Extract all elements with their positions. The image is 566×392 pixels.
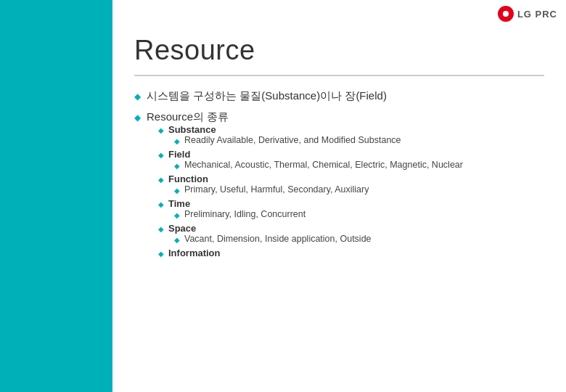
diamond-time-sub: ◆	[174, 211, 180, 219]
information-label: Information	[168, 248, 221, 258]
bullet-diamond-2: ◆	[134, 113, 141, 123]
substance-label: Substance	[168, 124, 216, 135]
list-item-function: ◆ Function ◆ Primary, Useful, Harmful, S…	[158, 173, 463, 197]
field-sub-text: Mechanical, Acoustic, Thermal, Chemical,…	[184, 160, 463, 170]
list-item-information: ◆ Information	[158, 248, 463, 258]
space-sub: ◆ Vacant, Dimension, Inside application,…	[174, 234, 372, 244]
diamond-function: ◆	[158, 176, 164, 184]
function-sub-text: Primary, Useful, Harmful, Secondary, Aux…	[184, 184, 369, 195]
bullet-1: ◆ 시스템을 구성하는 물질(Substance)이나 장(Field)	[134, 89, 544, 103]
diamond-field-sub: ◆	[174, 162, 180, 170]
logo-icon	[498, 6, 514, 22]
space-label: Space	[168, 223, 196, 234]
diamond-space-sub: ◆	[174, 236, 180, 244]
time-sub: ◆ Preliminary, Idling, Concurrent	[174, 209, 305, 219]
list-item-space: ◆ Space ◆ Vacant, Dimension, Inside appl…	[158, 223, 463, 246]
diamond-information: ◆	[158, 250, 164, 258]
main-content: LG PRC Resource ◆ 시스템을 구성하는 물질(Substance…	[112, 0, 566, 392]
substance-sub: ◆ Readily Available, Derivative, and Mod…	[174, 135, 401, 145]
diamond-function-sub: ◆	[174, 187, 180, 195]
diamond-substance-sub: ◆	[174, 137, 180, 145]
field-sub: ◆ Mechanical, Acoustic, Thermal, Chemica…	[174, 160, 463, 170]
list-item-substance: ◆ Substance ◆ Readily Available, Derivat…	[158, 124, 463, 147]
list-item-field: ◆ Field ◆ Mechanical, Acoustic, Thermal,…	[158, 149, 463, 172]
title-divider	[134, 75, 544, 76]
function-label: Function	[168, 173, 208, 184]
bullet-1-text: 시스템을 구성하는 물질(Substance)이나 장(Field)	[147, 89, 387, 103]
time-label: Time	[168, 198, 190, 209]
diamond-space: ◆	[158, 225, 164, 233]
logo-text: LG PRC	[517, 9, 557, 20]
bullet-2-text: Resource의 종류	[147, 110, 229, 123]
diamond-substance: ◆	[158, 126, 164, 134]
field-label: Field	[168, 149, 190, 160]
sidebar	[0, 0, 112, 392]
time-sub-text: Preliminary, Idling, Concurrent	[184, 209, 305, 219]
list-item-time: ◆ Time ◆ Preliminary, Idling, Concurrent	[158, 198, 463, 221]
bullet-2: ◆ Resource의 종류 ◆ Substance ◆ Readily Ava…	[134, 110, 544, 260]
space-sub-text: Vacant, Dimension, Inside application, O…	[184, 234, 372, 244]
substance-sub-text: Readily Available, Derivative, and Modif…	[184, 135, 401, 145]
bullet-diamond-1: ◆	[134, 91, 141, 102]
logo-inner	[503, 11, 509, 17]
page-title: Resource	[134, 35, 544, 66]
logo-area: LG PRC	[498, 6, 557, 22]
nested-list: ◆ Substance ◆ Readily Available, Derivat…	[147, 124, 463, 258]
function-sub: ◆ Primary, Useful, Harmful, Secondary, A…	[174, 184, 369, 195]
diamond-field: ◆	[158, 151, 164, 159]
diamond-time: ◆	[158, 200, 164, 208]
